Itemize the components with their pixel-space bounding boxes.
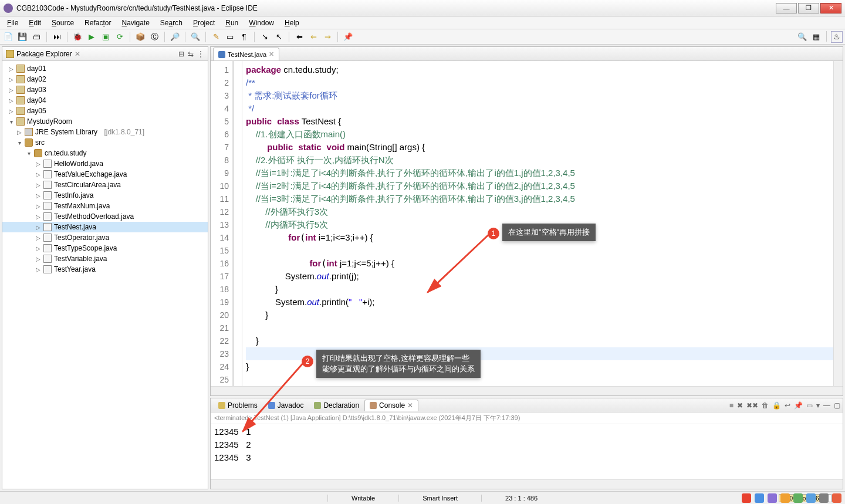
annotation-1: 在这里加"空格"再用拼接 bbox=[502, 224, 596, 241]
status-writable: Writable bbox=[327, 495, 398, 502]
package-explorer-title: Package Explorer bbox=[16, 50, 72, 58]
annotation-badge-1: 1 bbox=[488, 228, 499, 239]
tab-close-icon[interactable]: ✕ bbox=[269, 50, 274, 58]
search-icon[interactable]: 🔍 bbox=[190, 31, 201, 43]
display-console-icon[interactable]: ▭ bbox=[806, 401, 813, 410]
menu-project[interactable]: Project bbox=[188, 18, 219, 28]
terminate-icon[interactable]: ■ bbox=[729, 401, 734, 410]
menu-navigate[interactable]: Navigate bbox=[117, 18, 154, 28]
java-file-icon bbox=[218, 51, 225, 58]
remove-launch-icon[interactable]: ✖ bbox=[737, 401, 743, 410]
save-all-icon[interactable]: 🗃 bbox=[31, 31, 42, 43]
tray-icon[interactable] bbox=[755, 493, 764, 503]
word-wrap-icon[interactable]: ↩ bbox=[785, 401, 790, 410]
quick-access-icon[interactable]: 🔍 bbox=[796, 31, 808, 43]
line-gutter: 1234567891011121314151617181920212223242… bbox=[211, 61, 234, 386]
open-perspective-icon[interactable]: ▦ bbox=[810, 31, 822, 43]
package-tree[interactable]: ▷day01 ▷day02 ▷day03 ▷day04 ▷day05 ▾Myst… bbox=[2, 61, 208, 489]
window-title: CGB2103Code - MystudyRoom/src/cn/tedu/st… bbox=[16, 4, 776, 12]
tab-declaration[interactable]: Declaration bbox=[309, 400, 364, 411]
tray-icon[interactable] bbox=[780, 493, 790, 503]
open-type-icon[interactable]: 🔎 bbox=[169, 31, 181, 43]
maximize-button[interactable]: ❐ bbox=[798, 3, 819, 13]
toggle-block-icon[interactable]: ▭ bbox=[224, 31, 236, 43]
tray-icon[interactable] bbox=[832, 493, 841, 503]
toolbar: 📄 💾 🗃 ⏭ 🐞 ▶ ▣ ⟳ 📦 Ⓒ 🔎 🔍 ✎ ▭ ¶ ↘ ↖ ⬅ ⇐ ⇒ … bbox=[0, 29, 845, 45]
menu-run[interactable]: Run bbox=[221, 18, 243, 28]
editor-tab[interactable]: TestNest.java ✕ bbox=[213, 48, 279, 60]
bottom-panel: Problems Javadoc Declaration Console ✕ ■… bbox=[210, 398, 843, 489]
menu-bar: File Edit Source Refactor Navigate Searc… bbox=[0, 16, 845, 29]
pin-console-icon[interactable]: 📌 bbox=[794, 401, 803, 410]
prev-annotation-icon[interactable]: ↖ bbox=[273, 31, 285, 43]
pin-icon[interactable]: 📌 bbox=[342, 31, 354, 43]
console-hscroll[interactable] bbox=[211, 479, 843, 489]
overview-ruler[interactable] bbox=[833, 61, 843, 386]
status-cursor: 23 : 1 : 486 bbox=[481, 495, 561, 502]
collapse-all-icon[interactable]: ⊟ bbox=[178, 50, 184, 58]
package-explorer-icon bbox=[6, 50, 14, 58]
save-icon[interactable]: 💾 bbox=[16, 31, 28, 43]
tab-problems[interactable]: Problems bbox=[213, 400, 263, 411]
menu-source[interactable]: Source bbox=[47, 18, 79, 28]
eclipse-icon bbox=[4, 4, 13, 13]
editor-hscroll[interactable] bbox=[211, 386, 843, 395]
menu-edit[interactable]: Edit bbox=[24, 18, 46, 28]
menu-search[interactable]: Search bbox=[156, 18, 187, 28]
run-icon[interactable]: ▶ bbox=[86, 31, 97, 43]
next-annotation-icon[interactable]: ↘ bbox=[259, 31, 271, 43]
tray-icon[interactable] bbox=[819, 493, 829, 503]
skip-breakpoints-icon[interactable]: ⏭ bbox=[51, 31, 63, 43]
scroll-lock-icon[interactable]: 🔒 bbox=[772, 401, 781, 410]
status-insert: Smart Insert bbox=[398, 495, 481, 502]
forward-icon[interactable]: ⇒ bbox=[322, 31, 333, 43]
back-icon[interactable]: ⇐ bbox=[307, 31, 319, 43]
link-editor-icon[interactable]: ⇆ bbox=[188, 50, 194, 58]
console-output[interactable]: 12345 1 12345 2 12345 3 bbox=[211, 424, 843, 479]
editor-area: TestNest.java ✕ 123456789101112131415161… bbox=[210, 46, 843, 396]
java-perspective-icon[interactable]: ♨ bbox=[831, 31, 843, 43]
tab-javadoc[interactable]: Javadoc bbox=[263, 400, 309, 411]
new-class-icon[interactable]: Ⓒ bbox=[148, 31, 160, 43]
tab-console[interactable]: Console ✕ bbox=[364, 400, 418, 411]
tree-selected: ▷TestNest.java bbox=[2, 222, 208, 232]
menu-refactor[interactable]: Refactor bbox=[80, 18, 116, 28]
clear-console-icon[interactable]: 🗑 bbox=[762, 401, 769, 410]
tray-icon[interactable] bbox=[768, 493, 777, 503]
run-last-icon[interactable]: ⟳ bbox=[114, 31, 126, 43]
open-console-icon[interactable]: ▾ bbox=[816, 401, 820, 410]
console-header: <terminated> TestNest (1) [Java Applicat… bbox=[211, 412, 843, 424]
menu-file[interactable]: File bbox=[2, 18, 23, 28]
tray-icon[interactable] bbox=[806, 493, 816, 503]
tray-icon[interactable] bbox=[793, 493, 803, 503]
minimize-view-icon[interactable]: — bbox=[823, 401, 830, 410]
view-close-icon[interactable]: ✕ bbox=[75, 50, 80, 58]
system-tray bbox=[738, 492, 845, 504]
debug-icon[interactable]: 🐞 bbox=[72, 31, 83, 43]
title-bar: CGB2103Code - MystudyRoom/src/cn/tedu/st… bbox=[0, 0, 845, 16]
package-explorer-view: Package Explorer ✕ ⊟ ⇆ ⋮ ▷day01 ▷day02 ▷… bbox=[2, 46, 208, 489]
new-icon[interactable]: 📄 bbox=[2, 31, 14, 43]
minimize-button[interactable]: — bbox=[776, 3, 797, 13]
close-button[interactable]: ✕ bbox=[820, 3, 841, 13]
maximize-view-icon[interactable]: ▢ bbox=[834, 401, 840, 410]
remove-all-icon[interactable]: ✖✖ bbox=[746, 401, 758, 410]
coverage-icon[interactable]: ▣ bbox=[100, 31, 111, 43]
show-whitespace-icon[interactable]: ¶ bbox=[238, 31, 250, 43]
status-bar: Writable Smart Insert 23 : 1 : 486 200M … bbox=[0, 491, 845, 504]
toggle-mark-icon[interactable]: ✎ bbox=[210, 31, 222, 43]
editor-tab-label: TestNest.java bbox=[228, 51, 266, 58]
menu-window[interactable]: Window bbox=[244, 18, 279, 28]
menu-help[interactable]: Help bbox=[280, 18, 304, 28]
last-edit-icon[interactable]: ⬅ bbox=[293, 31, 305, 43]
view-menu-icon[interactable]: ⋮ bbox=[197, 50, 204, 58]
new-package-icon[interactable]: 📦 bbox=[134, 31, 146, 43]
tray-icon[interactable] bbox=[742, 493, 751, 503]
annotation-2: 打印结果就出现了空格,这样更容易理解一些 能够更直观的了解外循环与内循环之间的关… bbox=[316, 350, 481, 378]
annotation-badge-2: 2 bbox=[302, 356, 313, 367]
